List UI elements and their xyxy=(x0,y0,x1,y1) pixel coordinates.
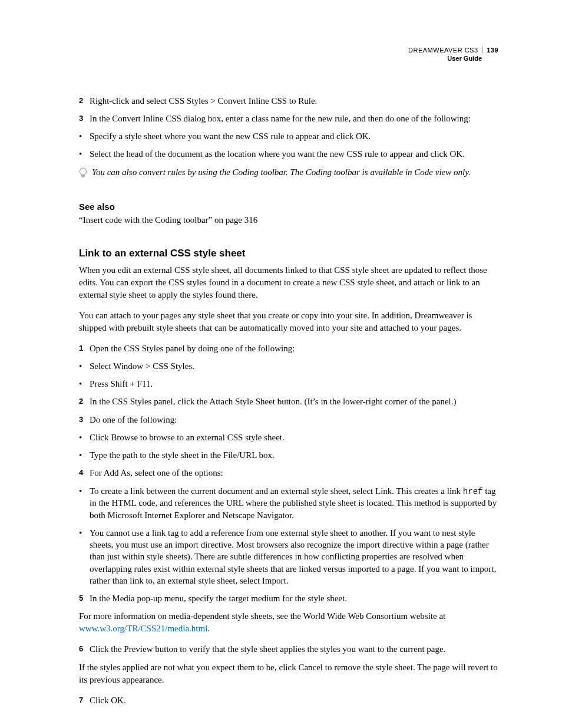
step-number: 2 xyxy=(79,396,90,407)
step-2: 2 Right-click and select CSS Styles > Co… xyxy=(79,95,498,107)
bullet-item: • Specify a style sheet where you want t… xyxy=(79,130,498,142)
step-number: 4 xyxy=(79,467,90,479)
step-text: For Add As, select one of the options: xyxy=(90,467,498,479)
header-pagenum: 139 xyxy=(482,47,498,54)
tip-text: You can also convert rules by using the … xyxy=(92,166,498,182)
page-content: DREAMWEAVER CS3 139 User Guide 2 Right-c… xyxy=(0,0,562,728)
step-number: 3 xyxy=(79,414,90,426)
step-text: Do one of the following: xyxy=(90,414,498,426)
bullet-marker: • xyxy=(79,148,90,160)
step-1: 1 Open the CSS Styles panel by doing one… xyxy=(79,342,498,354)
step-3: 3 In the Convert Inline CSS dialog box, … xyxy=(79,113,498,124)
code-span: href xyxy=(463,487,483,496)
page-header: DREAMWEAVER CS3 139 User Guide xyxy=(79,46,498,63)
bullet-marker: • xyxy=(79,130,90,142)
bullet-marker: • xyxy=(79,360,90,372)
tip-block: You can also convert rules by using the … xyxy=(79,166,498,182)
bullet-marker: • xyxy=(79,449,90,461)
bullet-item: • Press Shift + F11. xyxy=(79,378,498,390)
step-number: 7 xyxy=(79,694,90,706)
step-number: 2 xyxy=(79,95,90,107)
header-product: DREAMWEAVER CS3 xyxy=(408,47,478,54)
header-subtitle: User Guide xyxy=(79,54,498,62)
see-also-heading: See also xyxy=(79,202,498,212)
step-text: Click OK. xyxy=(90,694,498,706)
see-also-text: “Insert code with the Coding toolbar” on… xyxy=(79,215,498,225)
bullet-item: • To create a link between the current d… xyxy=(79,485,498,521)
bullet-item: • Type the path to the style sheet in th… xyxy=(79,449,498,461)
step-text: Click the Preview button to verify that … xyxy=(90,643,498,655)
bullet-item: • Select the head of the document as the… xyxy=(79,148,498,160)
paragraph: If the styles applied are not what you e… xyxy=(79,661,498,686)
bullet-text: Click Browse to browse to an external CS… xyxy=(90,431,498,443)
step-5: 5 In the Media pop-up menu, specify the … xyxy=(79,592,498,604)
bullet-text: Type the path to the style sheet in the … xyxy=(90,449,498,461)
bullet-marker: • xyxy=(79,485,90,521)
paragraph: When you edit an external CSS style shee… xyxy=(79,264,498,301)
text-span: To create a link between the current doc… xyxy=(90,486,463,496)
step-text: In the Convert Inline CSS dialog box, en… xyxy=(90,113,498,124)
link-text[interactable]: www.w3.org/TR/CSS21/media.html xyxy=(79,624,207,633)
text-span: For more information on media-dependent … xyxy=(79,611,445,621)
step-text: Open the CSS Styles panel by doing one o… xyxy=(90,342,498,354)
step-2b: 2 In the CSS Styles panel, click the Att… xyxy=(79,396,498,407)
step-text: In the CSS Styles panel, click the Attac… xyxy=(90,396,498,407)
step-3b: 3 Do one of the following: xyxy=(79,414,498,426)
bullet-marker: • xyxy=(79,431,90,443)
step-number: 5 xyxy=(79,592,90,604)
step-text: Right-click and select CSS Styles > Conv… xyxy=(90,95,498,107)
text-span: . xyxy=(207,624,210,633)
bullet-marker: • xyxy=(79,378,90,390)
bullet-item: • You cannot use a link tag to add a ref… xyxy=(79,527,498,587)
svg-point-0 xyxy=(80,168,87,175)
step-6: 6 Click the Preview button to verify tha… xyxy=(79,643,498,655)
bullet-text: To create a link between the current doc… xyxy=(90,485,498,521)
step-7: 7 Click OK. xyxy=(79,694,498,706)
step-text: In the Media pop-up menu, specify the ta… xyxy=(90,592,498,604)
bullet-text: You cannot use a link tag to add a refer… xyxy=(90,527,498,587)
bullet-text: Select Window > CSS Styles. xyxy=(90,360,498,372)
bullet-item: • Select Window > CSS Styles. xyxy=(79,360,498,372)
step-number: 6 xyxy=(79,643,90,655)
paragraph: For more information on media-dependent … xyxy=(79,610,498,635)
header-line1: DREAMWEAVER CS3 139 xyxy=(79,46,498,54)
bullet-item: • Click Browse to browse to an external … xyxy=(79,431,498,443)
step-number: 3 xyxy=(79,113,90,124)
bullet-text: Press Shift + F11. xyxy=(90,378,498,390)
bullet-text: Select the head of the document as the l… xyxy=(90,148,498,160)
paragraph: You can attach to your pages any style s… xyxy=(79,309,498,334)
lightbulb-icon xyxy=(79,166,92,182)
step-4: 4 For Add As, select one of the options: xyxy=(79,467,498,479)
bullet-marker: • xyxy=(79,527,90,587)
bullet-text: Specify a style sheet where you want the… xyxy=(90,130,498,142)
section-heading: Link to an external CSS style sheet xyxy=(79,248,498,259)
step-number: 1 xyxy=(79,342,90,354)
